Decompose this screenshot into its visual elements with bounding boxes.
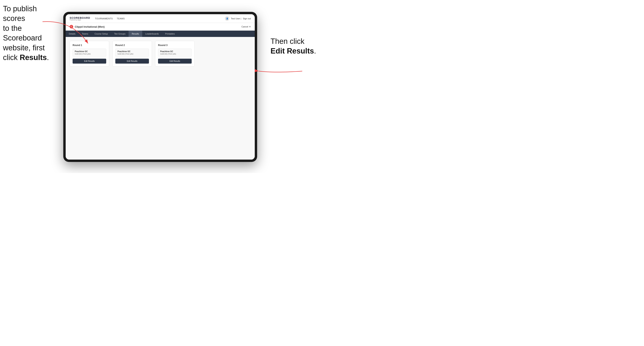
round-3-card: Round 3 Peachtree GC Gold (M) (7010 yds)… [155,41,194,67]
title-icon: C [70,25,73,28]
instruction-right: Then clickEdit Results. [270,36,316,56]
round-2-card: Round 2 Peachtree GC Gold (M) (7010 yds)… [112,41,152,67]
tab-tee-groups[interactable]: Tee Groups [111,31,128,37]
scoreboard-logo: SCOREBOARD Powered by clippd [70,16,90,20]
instruction-left-text: To publish scoresto the Scoreboardwebsit… [3,4,49,62]
top-nav: SCOREBOARD Powered by clippd TOURNAMENTS… [66,14,255,23]
round-2-course-detail: Gold (M) (7010 yds) [118,53,147,55]
tournament-name: Clippd Invitational (Men) [75,25,105,28]
tab-printables[interactable]: Printables [162,31,178,37]
instruction-left: To publish scoresto the Scoreboardwebsit… [3,4,52,62]
round-3-edit-results-button[interactable]: Edit Results [158,59,192,64]
nav-left: SCOREBOARD Powered by clippd TOURNAMENTS… [70,16,125,20]
nav-right: 👤 Test User | Sign out [225,16,251,21]
instruction-right-text: Then clickEdit Results. [270,37,316,55]
round-1-card: Round 1 Peachtree GC Gold (M) (7010 yds)… [70,41,109,67]
round-2-course-name: Peachtree GC [118,50,147,52]
logo-sub: Powered by clippd [70,19,90,20]
arrow-right [255,61,304,81]
round-1-edit-results-button[interactable]: Edit Results [72,59,106,64]
nav-tournaments[interactable]: TOURNAMENTS [95,17,113,20]
logo-text: SCOREBOARD [70,16,90,19]
content-area: Round 1 Peachtree GC Gold (M) (7010 yds)… [66,37,255,160]
round-3-course-detail: Gold (M) (7010 yds) [160,53,190,55]
tablet-device: SCOREBOARD Powered by clippd TOURNAMENTS… [63,12,257,162]
tablet-screen: SCOREBOARD Powered by clippd TOURNAMENTS… [66,14,255,160]
tournament-title: C Clippd Invitational (Men) [70,25,105,28]
sub-header: C Clippd Invitational (Men) Cancel ✕ [66,23,255,31]
round-2-edit-results-button[interactable]: Edit Results [115,59,149,64]
round-3-course-card: Peachtree GC Gold (M) (7010 yds) [158,49,192,57]
tab-results[interactable]: Results [128,31,142,37]
round-1-course-card: Peachtree GC Gold (M) (7010 yds) [72,49,106,57]
rounds-container: Round 1 Peachtree GC Gold (M) (7010 yds)… [70,41,251,67]
round-1-course-name: Peachtree GC [75,50,104,52]
cancel-button[interactable]: Cancel ✕ [242,25,251,28]
round-3-course-name: Peachtree GC [160,50,190,52]
round-2-title: Round 2 [115,44,149,47]
round-3-title: Round 3 [158,44,192,47]
user-avatar: 👤 [225,16,229,21]
round-1-title: Round 1 [72,44,106,47]
tab-teams[interactable]: Teams [79,31,92,37]
round-1-course-detail: Gold (M) (7010 yds) [75,53,104,55]
nav-teams[interactable]: TEAMS [117,17,124,20]
tab-course-setup[interactable]: Course Setup [92,31,111,37]
tab-leaderboards[interactable]: Leaderboards [142,31,162,37]
sign-out-link[interactable]: Sign out [243,17,251,20]
round-2-course-card: Peachtree GC Gold (M) (7010 yds) [115,49,149,57]
user-name: Test User | [231,17,241,20]
nav-links: TOURNAMENTS TEAMS [95,17,125,20]
tab-bar: Details Teams Course Setup Tee Groups Re… [66,31,255,37]
tab-details[interactable]: Details [66,31,79,37]
